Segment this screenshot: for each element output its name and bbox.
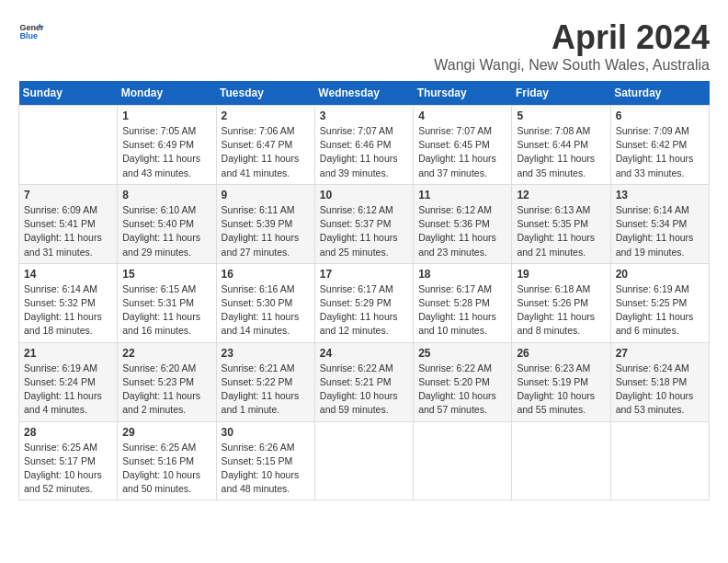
calendar-cell: 29Sunrise: 6:25 AM Sunset: 5:16 PM Dayli…	[118, 421, 216, 500]
day-number: 8	[122, 189, 210, 201]
day-number: 22	[122, 347, 210, 360]
cell-content: Sunrise: 7:08 AM Sunset: 6:44 PM Dayligh…	[517, 124, 605, 180]
day-number: 2	[222, 109, 310, 122]
day-number: 25	[418, 347, 506, 360]
cell-content: Sunrise: 7:07 AM Sunset: 6:45 PM Dayligh…	[418, 124, 506, 180]
cell-content: Sunrise: 6:13 AM Sunset: 5:35 PM Dayligh…	[517, 203, 605, 259]
calendar-cell: 21Sunrise: 6:19 AM Sunset: 5:24 PM Dayli…	[19, 342, 118, 421]
week-row-4: 21Sunrise: 6:19 AM Sunset: 5:24 PM Dayli…	[19, 342, 710, 421]
cell-content: Sunrise: 6:22 AM Sunset: 5:20 PM Dayligh…	[418, 362, 506, 418]
day-number: 23	[222, 347, 310, 360]
day-number: 18	[418, 268, 506, 281]
calendar-cell	[610, 421, 709, 500]
cell-content: Sunrise: 6:10 AM Sunset: 5:40 PM Dayligh…	[122, 203, 210, 259]
week-row-3: 14Sunrise: 6:14 AM Sunset: 5:32 PM Dayli…	[19, 263, 710, 342]
calendar-cell: 15Sunrise: 6:15 AM Sunset: 5:31 PM Dayli…	[118, 263, 216, 342]
week-row-2: 7Sunrise: 6:09 AM Sunset: 5:41 PM Daylig…	[19, 184, 710, 263]
svg-text:Blue: Blue	[19, 31, 38, 40]
cell-content: Sunrise: 7:09 AM Sunset: 6:42 PM Dayligh…	[616, 124, 704, 180]
calendar-cell: 8Sunrise: 6:10 AM Sunset: 5:40 PM Daylig…	[118, 184, 216, 263]
column-header-friday: Friday	[512, 81, 610, 106]
calendar-cell	[19, 106, 118, 185]
calendar-cell: 20Sunrise: 6:19 AM Sunset: 5:25 PM Dayli…	[610, 263, 709, 342]
day-number: 5	[517, 109, 605, 122]
cell-content: Sunrise: 6:16 AM Sunset: 5:30 PM Dayligh…	[222, 282, 310, 339]
day-number: 28	[24, 426, 112, 439]
week-row-1: 1Sunrise: 7:05 AM Sunset: 6:49 PM Daylig…	[19, 106, 710, 185]
day-number: 4	[418, 109, 506, 122]
calendar-cell	[414, 421, 512, 500]
title-block: April 2024 Wangi Wangi, New South Wales,…	[434, 18, 710, 74]
svg-text:General: General	[19, 23, 44, 32]
calendar-cell: 4Sunrise: 7:07 AM Sunset: 6:45 PM Daylig…	[414, 106, 512, 185]
day-number: 16	[222, 268, 310, 281]
calendar-cell: 18Sunrise: 6:17 AM Sunset: 5:28 PM Dayli…	[414, 263, 512, 342]
calendar-cell: 12Sunrise: 6:13 AM Sunset: 5:35 PM Dayli…	[512, 184, 610, 263]
calendar-cell: 3Sunrise: 7:07 AM Sunset: 6:46 PM Daylig…	[314, 106, 413, 185]
logo-icon: General Blue	[18, 18, 44, 44]
calendar-cell: 10Sunrise: 6:12 AM Sunset: 5:37 PM Dayli…	[314, 184, 413, 263]
column-header-tuesday: Tuesday	[216, 81, 314, 106]
cell-content: Sunrise: 6:17 AM Sunset: 5:28 PM Dayligh…	[418, 282, 506, 339]
calendar-cell: 28Sunrise: 6:25 AM Sunset: 5:17 PM Dayli…	[19, 421, 118, 500]
cell-content: Sunrise: 6:18 AM Sunset: 5:26 PM Dayligh…	[517, 282, 605, 339]
subtitle: Wangi Wangi, New South Wales, Australia	[434, 57, 710, 74]
day-number: 30	[222, 426, 310, 439]
page-header: General Blue April 2024 Wangi Wangi, New…	[18, 18, 710, 74]
calendar-cell: 16Sunrise: 6:16 AM Sunset: 5:30 PM Dayli…	[216, 263, 314, 342]
cell-content: Sunrise: 6:24 AM Sunset: 5:18 PM Dayligh…	[616, 362, 704, 418]
cell-content: Sunrise: 6:26 AM Sunset: 5:15 PM Dayligh…	[222, 441, 310, 497]
cell-content: Sunrise: 6:17 AM Sunset: 5:29 PM Dayligh…	[320, 282, 408, 339]
day-number: 29	[122, 426, 210, 439]
calendar-cell: 5Sunrise: 7:08 AM Sunset: 6:44 PM Daylig…	[512, 106, 610, 185]
cell-content: Sunrise: 7:05 AM Sunset: 6:49 PM Dayligh…	[122, 124, 210, 180]
calendar-cell: 11Sunrise: 6:12 AM Sunset: 5:36 PM Dayli…	[414, 184, 512, 263]
calendar-cell: 2Sunrise: 7:06 AM Sunset: 6:47 PM Daylig…	[216, 106, 314, 185]
calendar-cell: 25Sunrise: 6:22 AM Sunset: 5:20 PM Dayli…	[414, 342, 512, 421]
main-title: April 2024	[434, 18, 710, 57]
calendar-table: SundayMondayTuesdayWednesdayThursdayFrid…	[18, 81, 710, 500]
calendar-cell: 27Sunrise: 6:24 AM Sunset: 5:18 PM Dayli…	[610, 342, 709, 421]
cell-content: Sunrise: 6:20 AM Sunset: 5:23 PM Dayligh…	[122, 362, 210, 418]
calendar-cell: 7Sunrise: 6:09 AM Sunset: 5:41 PM Daylig…	[19, 184, 118, 263]
cell-content: Sunrise: 6:19 AM Sunset: 5:25 PM Dayligh…	[616, 282, 704, 339]
calendar-cell: 30Sunrise: 6:26 AM Sunset: 5:15 PM Dayli…	[216, 421, 314, 500]
calendar-cell	[314, 421, 413, 500]
day-number: 21	[24, 347, 112, 360]
calendar-cell: 13Sunrise: 6:14 AM Sunset: 5:34 PM Dayli…	[610, 184, 709, 263]
cell-content: Sunrise: 6:12 AM Sunset: 5:36 PM Dayligh…	[418, 203, 506, 259]
cell-content: Sunrise: 7:06 AM Sunset: 6:47 PM Dayligh…	[222, 124, 310, 180]
cell-content: Sunrise: 6:19 AM Sunset: 5:24 PM Dayligh…	[24, 362, 112, 418]
cell-content: Sunrise: 6:23 AM Sunset: 5:19 PM Dayligh…	[517, 362, 605, 418]
day-number: 26	[517, 347, 605, 360]
day-number: 15	[122, 268, 210, 281]
calendar-body: 1Sunrise: 7:05 AM Sunset: 6:49 PM Daylig…	[19, 106, 710, 500]
calendar-cell	[512, 421, 610, 500]
day-number: 10	[320, 189, 408, 201]
day-number: 19	[517, 268, 605, 281]
cell-content: Sunrise: 6:09 AM Sunset: 5:41 PM Dayligh…	[24, 203, 112, 259]
calendar-cell: 23Sunrise: 6:21 AM Sunset: 5:22 PM Dayli…	[216, 342, 314, 421]
day-number: 3	[320, 109, 408, 122]
cell-content: Sunrise: 6:22 AM Sunset: 5:21 PM Dayligh…	[320, 362, 408, 418]
day-number: 6	[616, 109, 704, 122]
day-number: 1	[122, 109, 210, 122]
cell-content: Sunrise: 6:12 AM Sunset: 5:37 PM Dayligh…	[320, 203, 408, 259]
day-number: 17	[320, 268, 408, 281]
calendar-cell: 14Sunrise: 6:14 AM Sunset: 5:32 PM Dayli…	[19, 263, 118, 342]
cell-content: Sunrise: 6:21 AM Sunset: 5:22 PM Dayligh…	[222, 362, 310, 418]
column-header-wednesday: Wednesday	[314, 81, 413, 106]
cell-content: Sunrise: 6:15 AM Sunset: 5:31 PM Dayligh…	[122, 282, 210, 339]
day-number: 9	[222, 189, 310, 201]
calendar-cell: 24Sunrise: 6:22 AM Sunset: 5:21 PM Dayli…	[314, 342, 413, 421]
calendar-cell: 17Sunrise: 6:17 AM Sunset: 5:29 PM Dayli…	[314, 263, 413, 342]
day-number: 13	[616, 189, 704, 201]
cell-content: Sunrise: 6:11 AM Sunset: 5:39 PM Dayligh…	[222, 203, 310, 259]
column-header-sunday: Sunday	[19, 81, 118, 106]
day-number: 24	[320, 347, 408, 360]
day-number: 7	[24, 189, 112, 201]
calendar-cell: 19Sunrise: 6:18 AM Sunset: 5:26 PM Dayli…	[512, 263, 610, 342]
column-header-thursday: Thursday	[414, 81, 512, 106]
cell-content: Sunrise: 7:07 AM Sunset: 6:46 PM Dayligh…	[320, 124, 408, 180]
cell-content: Sunrise: 6:25 AM Sunset: 5:17 PM Dayligh…	[24, 441, 112, 497]
